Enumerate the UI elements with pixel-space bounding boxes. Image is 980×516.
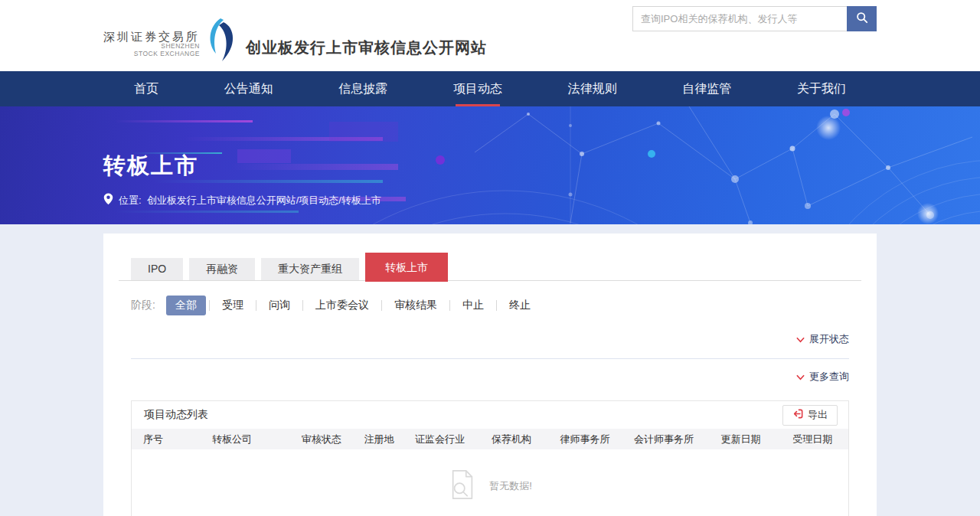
location-pin-icon — [103, 193, 113, 207]
nav-item-about[interactable]: 关于我们 — [789, 71, 854, 106]
project-list-card: 项目动态列表 导出 序号 转板公司 审核状态 注册地 — [131, 400, 849, 516]
search-button[interactable] — [847, 6, 877, 31]
column-header-accounting-firm: 会计师事务所 — [622, 433, 705, 446]
divider — [496, 300, 497, 311]
org-name-cn: 深圳证券交易所 — [103, 31, 200, 44]
nav-item-disclosure[interactable]: 信息披露 — [331, 71, 395, 106]
export-label: 导出 — [808, 408, 828, 422]
hero-banner: 转板上市 位置: 创业板发行上市审核信息公开网站/项目动态/转板上市 — [0, 106, 980, 224]
divider — [381, 300, 382, 311]
nav-item-self-regulation[interactable]: 自律监管 — [675, 71, 739, 106]
org-names: 深圳证券交易所 SHENZHEN STOCK EXCHANGE — [103, 31, 200, 57]
tab-ipo[interactable]: IPO — [131, 258, 183, 280]
breadcrumb: 位置: 创业板发行上市审核信息公开网站/项目动态/转板上市 — [103, 193, 381, 207]
site-header: 深交所官网 个人中心 深圳证券交易所 SHENZHEN STOCK EXCHAN… — [0, 0, 980, 71]
szse-logo-icon — [206, 17, 238, 67]
column-header-update-date: 更新日期 — [705, 433, 777, 446]
site-title: 创业板发行上市审核信息公开网站 — [246, 38, 487, 58]
divider — [449, 300, 450, 311]
project-list-title: 项目动态列表 — [144, 408, 208, 422]
more-query-label: 更多查询 — [809, 370, 849, 384]
column-header-review-status: 审核状态 — [289, 433, 354, 446]
stage-option-all[interactable]: 全部 — [166, 296, 206, 315]
expand-status-toggle[interactable]: 展开状态 — [796, 332, 849, 346]
stage-option-terminated[interactable]: 终止 — [500, 296, 540, 315]
tab-major-asset-restructuring[interactable]: 重大资产重组 — [261, 258, 359, 280]
divider — [209, 300, 210, 311]
breadcrumb-label: 位置: — [119, 194, 142, 207]
breadcrumb-path: 创业板发行上市审核信息公开网站/项目动态/转板上市 — [147, 194, 381, 207]
stage-option-accepted[interactable]: 受理 — [213, 296, 253, 315]
export-button[interactable]: 导出 — [782, 405, 838, 426]
stage-filter: 阶段: 全部 受理 问询 上市委会议 审核结果 中止 终止 — [131, 296, 849, 315]
search-icon — [856, 11, 868, 26]
empty-state: 暂无数据! — [132, 449, 848, 516]
stage-option-suspended[interactable]: 中止 — [453, 296, 493, 315]
chevron-down-icon — [796, 371, 805, 383]
nav-item-announcements[interactable]: 公告通知 — [217, 71, 281, 106]
tab-refinancing[interactable]: 再融资 — [189, 258, 255, 280]
chevron-down-icon — [796, 334, 805, 345]
search-input[interactable] — [632, 6, 847, 31]
export-icon — [792, 408, 804, 422]
column-header-csrc-industry: 证监会行业 — [404, 433, 476, 446]
page-title: 转板上市 — [103, 151, 198, 181]
table-header-row: 序号 转板公司 审核状态 注册地 证监会行业 保荐机构 律师事务所 会计师事务所… — [132, 429, 848, 449]
szse-logo: 深圳证券交易所 SHENZHEN STOCK EXCHANGE 创业板发行上市审… — [103, 28, 487, 67]
category-tabs: IPO 再融资 重大资产重组 转板上市 — [119, 253, 861, 281]
column-header-acceptance-date: 受理日期 — [776, 433, 848, 446]
stage-option-listing-committee[interactable]: 上市委会议 — [306, 296, 378, 315]
search-bar — [632, 6, 877, 31]
empty-state-text: 暂无数据! — [489, 479, 532, 493]
column-header-law-firm: 律师事务所 — [547, 433, 622, 446]
more-query-toggle[interactable]: 更多查询 — [796, 370, 849, 384]
column-header-seq: 序号 — [132, 433, 175, 446]
divider — [302, 300, 303, 311]
no-data-icon — [448, 469, 477, 503]
tab-transfer-listing[interactable]: 转板上市 — [365, 253, 448, 282]
divider — [256, 300, 256, 311]
nav-item-home[interactable]: 首页 — [126, 71, 166, 106]
nav-item-project-updates[interactable]: 项目动态 — [446, 71, 510, 106]
stage-option-review-result[interactable]: 审核结果 — [385, 296, 446, 315]
nav-item-laws[interactable]: 法律规则 — [560, 71, 625, 106]
expand-status-label: 展开状态 — [809, 332, 849, 346]
org-name-en-line2: STOCK EXCHANGE — [103, 51, 200, 57]
column-header-sponsor: 保荐机构 — [475, 433, 547, 446]
stage-filter-label: 阶段: — [131, 299, 155, 312]
divider — [131, 358, 849, 359]
content-panel: IPO 再融资 重大资产重组 转板上市 阶段: 全部 受理 问询 上市委会议 审… — [103, 234, 877, 516]
stage-option-inquiry[interactable]: 问询 — [260, 296, 299, 315]
main-nav: 首页 公告通知 信息披露 项目动态 法律规则 自律监管 关于我们 — [0, 71, 980, 106]
column-header-company: 转板公司 — [175, 433, 289, 446]
main-area: IPO 再融资 重大资产重组 转板上市 阶段: 全部 受理 问询 上市委会议 审… — [0, 224, 980, 516]
column-header-registration-place: 注册地 — [354, 433, 404, 446]
